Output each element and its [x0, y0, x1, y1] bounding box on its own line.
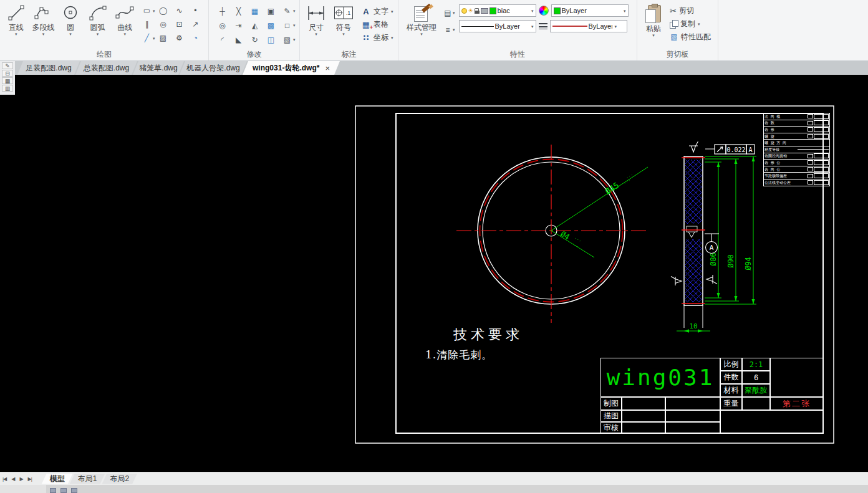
spline-icon[interactable]: ∿ [173, 6, 185, 16]
file-tab-4[interactable]: 机器人骨架.dwg [180, 61, 247, 75]
chevron-down-icon[interactable]: ▾ [97, 32, 99, 36]
move-icon[interactable]: ┼ [216, 6, 228, 16]
grid-mini-icon[interactable]: ▦ [2, 77, 13, 84]
chevron-down-icon[interactable]: ▾ [420, 32, 423, 36]
extend-icon[interactable]: ⇥ [233, 20, 244, 31]
construction-line-icon[interactable]: ╱ [141, 33, 153, 44]
gear-icon[interactable]: ⚙ [173, 33, 185, 44]
markup-mini-icon[interactable]: ✎ [2, 62, 13, 69]
match-properties-button[interactable]: ▧ 特性匹配 [670, 31, 711, 42]
bolt-icon[interactable]: ⊡ [173, 19, 185, 30]
datum-symbol[interactable]: A [705, 234, 719, 254]
offset-icon[interactable]: ◎ [216, 20, 228, 31]
chevron-down-icon[interactable]: ▾ [391, 36, 393, 40]
break-icon[interactable]: ╳ [233, 6, 244, 16]
last-layout-icon[interactable]: ▶| [28, 476, 32, 482]
donut-icon[interactable]: ◎ [157, 19, 169, 30]
arc-button[interactable]: 圆弧 ▾ [84, 1, 112, 36]
tab-layout1[interactable]: 布局1 [70, 474, 105, 484]
title-block[interactable]: wing031 比例 2:1 件数 6 材料 聚酰胺 制图 重量 第二张 描图 … [600, 358, 823, 433]
chevron-down-icon[interactable]: ▾ [293, 9, 296, 13]
line-button[interactable]: 直线 ▾ [2, 1, 30, 36]
close-icon[interactable]: × [325, 64, 330, 73]
chevron-down-icon[interactable]: ▾ [698, 22, 700, 26]
chevron-down-icon[interactable]: ▾ [531, 24, 534, 29]
lineweight-icon[interactable] [539, 23, 547, 29]
double-line-icon[interactable]: ∥ [141, 19, 153, 30]
chevron-down-icon[interactable]: ▾ [153, 9, 155, 13]
overlap-icon[interactable]: ▩ [265, 20, 277, 31]
ellipse-icon[interactable]: ◯ [157, 6, 169, 16]
edit-icon[interactable]: ✎ [281, 6, 293, 16]
circle-button[interactable]: 圆 ▾ [57, 1, 84, 36]
chamfer-icon[interactable]: ◣ [233, 34, 244, 45]
cut-button[interactable]: ✂ 剪切 [670, 5, 711, 16]
gear-front-view[interactable] [456, 145, 647, 323]
tab-layout2[interactable]: 布局2 [102, 474, 137, 484]
file-tab-2[interactable]: 总装配图.dwg [75, 61, 137, 75]
view-cube-icon[interactable]: ◫ [265, 34, 277, 45]
linetype-manager-button[interactable]: ≡ ▾ [443, 24, 455, 35]
file-tab-active[interactable]: wing031-齿轮.dwg* × [243, 61, 340, 75]
file-tab-3[interactable]: 猪笼草.dwg [133, 61, 184, 75]
lineweight-select[interactable]: ByLayer ▾ [550, 20, 627, 32]
chevron-down-icon[interactable]: ▾ [531, 9, 534, 13]
region-icon[interactable]: ◔ [190, 33, 201, 44]
layer-state-button[interactable]: ▤ ▾ [443, 7, 455, 18]
chevron-down-icon[interactable]: ▾ [652, 33, 655, 37]
polyline-button[interactable]: 多段线 ▾ [30, 1, 57, 36]
fillet-icon[interactable]: ◜ [216, 34, 228, 45]
hatch-edit-icon[interactable]: ▧ [281, 34, 293, 45]
chevron-down-icon[interactable]: ▾ [615, 24, 617, 29]
leader-icon[interactable]: ↗ [190, 19, 201, 30]
first-layout-icon[interactable]: |◀ [2, 476, 6, 482]
chevron-down-icon[interactable]: ▾ [42, 32, 45, 36]
feature-control-frame[interactable]: 0.022 A [705, 145, 755, 154]
text-button[interactable]: A 文字 ▾ [360, 5, 395, 18]
layer-select[interactable]: ☀ biac ▾ [459, 4, 536, 17]
coordinate-button[interactable]: ∷ 坐标 ▾ [360, 31, 395, 44]
front-view-dim-leaders[interactable] [551, 167, 648, 257]
chevron-down-icon[interactable]: ▾ [15, 32, 17, 36]
chevron-down-icon[interactable]: ▾ [624, 9, 626, 13]
chevron-down-icon[interactable]: ▾ [453, 27, 455, 32]
rectangle-icon[interactable]: ▭ [141, 6, 153, 16]
dims-mini-icon[interactable]: ⊟ [2, 70, 13, 77]
chevron-down-icon[interactable]: ▾ [315, 32, 317, 36]
color-wheel-icon[interactable] [539, 6, 549, 16]
model-space-canvas[interactable]: Ø45 ′′′ ′′′ Ø4 ′′′ ′′′ [0, 75, 868, 472]
hatch-icon[interactable]: ▨ [157, 33, 169, 44]
scale-icon[interactable]: □ [281, 20, 293, 31]
chevron-down-icon[interactable]: ▾ [342, 32, 345, 36]
chevron-down-icon[interactable]: ▾ [153, 36, 155, 41]
chevron-down-icon[interactable]: ▾ [453, 11, 455, 15]
linetype-select[interactable]: ByLayer ▾ [459, 20, 536, 32]
curve-button[interactable]: 曲线 ▾ [111, 1, 138, 36]
gear-parameter-table[interactable]: 法 向 模 齿 数 齿 形 螺 旋 螺 旋 方 向 精度等级 齿圈径向跳动 齿 … [763, 113, 830, 186]
next-layout-icon[interactable]: ▶ [19, 476, 22, 482]
chevron-down-icon[interactable]: ▾ [293, 23, 296, 27]
file-tab-1[interactable]: 足装配图.dwg [17, 61, 80, 75]
front-view-dim-text[interactable]: Ø45 ′′′ ′′′ Ø4 ′′′ ′′′ [559, 173, 635, 251]
dimension-button[interactable]: 尺寸 ▾ [302, 1, 330, 36]
array-icon[interactable]: ▦ [249, 6, 261, 16]
tech-req-item[interactable]: 1.清除毛刺。 [425, 348, 493, 362]
chevron-down-icon[interactable]: ▾ [293, 37, 296, 42]
tech-req-title[interactable]: 技术要求 [453, 325, 523, 344]
style-manager-button[interactable]: 样式管理 ▾ [401, 1, 442, 36]
copy-object-icon[interactable]: ▣ [265, 6, 277, 16]
point-icon[interactable]: • [190, 6, 201, 16]
table-button[interactable]: ▦+ 表格 [360, 18, 395, 31]
chevron-down-icon[interactable]: ▾ [391, 9, 393, 14]
rotate-icon[interactable]: ↻ [249, 34, 261, 45]
paste-button[interactable]: 粘贴 ▾ [640, 1, 667, 37]
table-mini-icon[interactable]: ▥ [2, 85, 13, 92]
symbol-button[interactable]: .1 符号 ▾ [330, 1, 357, 36]
chevron-down-icon[interactable]: ▾ [123, 32, 126, 36]
mirror-icon[interactable]: ◭ [249, 20, 261, 31]
copy-button[interactable]: 复制 ▾ [670, 18, 711, 29]
color-select[interactable]: ByLayer ▾ [551, 4, 629, 17]
gear-section-view[interactable] [682, 156, 705, 328]
tab-model[interactable]: 模型 [42, 474, 73, 484]
chevron-down-icon[interactable]: ▾ [69, 32, 72, 36]
